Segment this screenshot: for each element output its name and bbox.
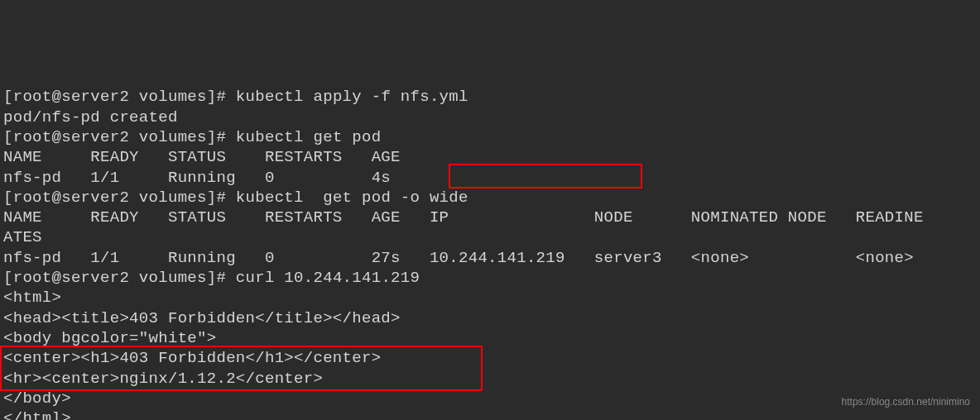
output-line: nfs-pd 1/1 Running 0 27s 10.244.141.219 … (3, 249, 914, 267)
command: curl 10.244.141.219 (236, 269, 420, 287)
output-line: <center><h1>403 Forbidden</h1></center> (3, 349, 381, 367)
output-line: </body> (3, 389, 71, 408)
command: kubectl apply -f nfs.yml (236, 88, 468, 106)
prompt: [root@server2 volumes]# (3, 88, 236, 106)
command: kubectl get pod -o wide (236, 189, 468, 207)
output-line: <body bgcolor="white"> (3, 329, 216, 347)
output-line: nfs-pd 1/1 Running 0 4s (3, 169, 391, 187)
watermark-text: https://blog.csdn.net/ninimino (842, 396, 970, 408)
command: kubectl get pod (236, 128, 382, 146)
prompt: [root@server2 volumes]# (3, 189, 236, 207)
output-line: <html> (3, 289, 61, 307)
output-header: NAME READY STATUS RESTARTS AGE IP NODE N… (3, 208, 924, 227)
terminal-output[interactable]: [root@server2 volumes]# kubectl apply -f… (3, 87, 977, 420)
prompt: [root@server2 volumes]# (3, 128, 236, 146)
output-line: </html> (3, 409, 71, 420)
output-line: <head><title>403 Forbidden</title></head… (3, 309, 401, 327)
prompt: [root@server2 volumes]# (3, 269, 236, 287)
output-line: pod/nfs-pd created (3, 108, 178, 126)
output-line: ATES (3, 228, 42, 246)
output-line: NAME READY STATUS RESTARTS AGE (3, 148, 401, 166)
output-line: <hr><center>nginx/1.12.2</center> (3, 370, 323, 388)
